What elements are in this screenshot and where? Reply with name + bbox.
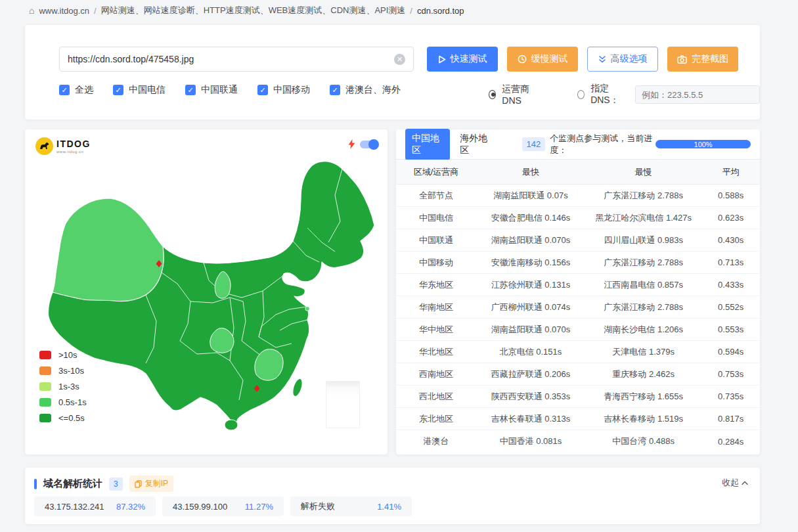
breadcrumb-current: cdn.sord.top [417, 6, 464, 16]
table-row: 中国联通 湖南益阳联通 0.070s 四川眉山联通 0.983s 0.430s [396, 229, 760, 252]
ip-value: 43.159.99.100 [173, 502, 227, 512]
table-header: 区域/运营商 最快 最慢 平均 [396, 160, 760, 185]
cell-region: 华北地区 [396, 346, 476, 358]
legend-swatch [39, 414, 51, 422]
cell-slowest: 广东湛江移动 2.788s [585, 257, 701, 269]
cell-fastest: 湖南益阳联通 0.070s [476, 324, 585, 336]
checkbox-label: 全选 [75, 84, 93, 96]
ip-count-badge: 3 [109, 477, 123, 491]
checkbox-checked-icon: ✓ [113, 85, 123, 95]
cell-fastest: 江苏徐州联通 0.131s [476, 279, 585, 291]
cell-slowest: 重庆移动 2.462s [585, 368, 701, 380]
breadcrumb-home[interactable]: www.itdog.cn [39, 6, 89, 16]
table-row: 港澳台 中国香港 0.081s 中国台湾 0.488s 0.284s [396, 430, 760, 453]
cell-region: 华东地区 [396, 279, 476, 291]
legend-swatch [39, 351, 51, 359]
checkbox-label: 中国移动 [273, 84, 310, 96]
play-icon [438, 55, 446, 64]
results-table: 区域/运营商 最快 最慢 平均 全部节点 湖南益阳联通 0.07s 广东湛江移动… [396, 160, 760, 453]
cell-slowest: 黑龙江哈尔滨电信 1.427s [585, 212, 701, 224]
legend-label: 3s-10s [58, 366, 84, 376]
fast-test-button[interactable]: 快速测试 [427, 47, 498, 72]
legend-item: 0.5s-1s [39, 397, 87, 407]
checkbox-label: 港澳台、海外 [345, 84, 401, 96]
table-row: 华中地区 湖南益阳联通 0.070s 湖南长沙电信 1.206s 0.553s [396, 319, 760, 341]
custom-dns-label: 指定DNS： [590, 83, 627, 106]
isp-checkbox[interactable]: ✓ 全选 [59, 84, 93, 96]
table-row: 中国电信 安徽合肥电信 0.146s 黑龙江哈尔滨电信 1.427s 0.623… [396, 207, 760, 229]
cell-average: 0.594s [701, 347, 760, 357]
lightning-icon[interactable] [348, 139, 355, 149]
cell-region: 华南地区 [396, 301, 476, 313]
cell-average: 0.817s [701, 414, 760, 424]
cell-fastest: 广西柳州联通 0.074s [476, 301, 585, 313]
isp-checkbox[interactable]: ✓ 中国联通 [185, 84, 238, 96]
slow-test-button[interactable]: 缓慢测试 [507, 47, 578, 72]
cell-slowest: 青海西宁移动 1.655s [585, 391, 701, 403]
cell-region: 中国电信 [396, 212, 476, 224]
cell-average: 0.433s [701, 280, 760, 290]
breadcrumb-section[interactable]: 网站测速、网站速度诊断、HTTP速度测试、WEB速度测试、CDN测速、API测速 [101, 5, 406, 16]
dns-option-row: 运营商DNS 指定DNS： [489, 83, 760, 106]
url-input[interactable] [68, 54, 394, 64]
table-row: 西南地区 西藏拉萨联通 0.206s 重庆移动 2.462s 0.753s [396, 363, 760, 386]
cell-slowest: 广东湛江移动 2.788s [585, 301, 701, 313]
ip-stat-chip: 解析失败 1.41% [290, 497, 412, 516]
custom-dns-input[interactable] [635, 85, 760, 104]
isp-checkbox[interactable]: ✓ 中国电信 [113, 84, 166, 96]
cell-fastest: 陕西西安联通 0.353s [476, 391, 585, 403]
tab-china-region[interactable]: 中国地区 [405, 129, 450, 160]
table-row: 中国移动 安徽淮南移动 0.156s 广东湛江移动 2.788s 0.713s [396, 252, 760, 274]
ip-value: 43.175.132.241 [45, 502, 104, 512]
clear-input-icon[interactable]: ✕ [394, 54, 405, 65]
table-row: 全部节点 湖南益阳联通 0.07s 广东湛江移动 2.788s 0.588s [396, 185, 760, 207]
ip-percentage: 11.27% [245, 502, 273, 512]
ip-stats-row: 43.175.132.241 87.32% 43.159.99.100 11.2… [34, 497, 412, 516]
collapse-button[interactable]: 收起 [722, 477, 748, 489]
legend-label: 1s-3s [58, 382, 79, 391]
legend-item: >10s [39, 350, 87, 360]
isp-checkbox[interactable]: ✓ 中国移动 [257, 84, 310, 96]
legend-label: >10s [58, 350, 78, 360]
speed-mode-toggle[interactable] [360, 141, 378, 148]
legend-item: 3s-10s [39, 366, 87, 376]
cell-average: 0.553s [701, 324, 760, 334]
home-icon[interactable]: ⌂ [29, 5, 34, 16]
cell-average: 0.284s [701, 437, 760, 447]
copy-ip-button[interactable]: 复制IP [129, 476, 173, 492]
dns-stats-card: 域名解析统计 3 复制IP 收起 43.175.132.241 87.32% 4… [25, 468, 760, 524]
itdog-dog-icon [35, 137, 53, 155]
tab-overseas-region[interactable]: 海外地区 [460, 133, 491, 156]
url-input-wrapper: ✕ [59, 47, 414, 72]
ip-stat-chip: 43.175.132.241 87.32% [34, 497, 156, 516]
ip-value: 解析失败 [301, 500, 335, 512]
isp-checkbox-group: ✓ 全选 ✓ 中国电信 ✓ 中国联通 ✓ 中国移动 ✓ 港澳台、海外 [59, 84, 401, 96]
radio-carrier-dns[interactable] [489, 90, 496, 99]
cell-slowest: 吉林长春移动 1.519s [585, 413, 701, 425]
title-bar-accent [34, 479, 37, 489]
legend-label: 0.5s-1s [58, 397, 87, 407]
cell-average: 0.623s [701, 213, 760, 223]
table-row: 华南地区 广西柳州联通 0.074s 广东湛江移动 2.788s 0.552s [396, 296, 760, 319]
cell-slowest: 四川眉山联通 0.983s [585, 234, 701, 246]
ip-percentage: 1.41% [377, 502, 401, 512]
monitor-count-badge: 142 [522, 137, 546, 151]
cell-fastest: 湖南益阳联通 0.070s [476, 234, 585, 246]
dns-stats-title: 域名解析统计 [43, 477, 102, 490]
cell-fastest: 中国香港 0.081s [476, 435, 585, 447]
cell-slowest: 江西南昌电信 0.857s [585, 279, 701, 291]
checkbox-checked-icon: ✓ [330, 85, 340, 95]
cell-fastest: 西藏拉萨联通 0.206s [476, 368, 585, 380]
progress-label: 个监测点参与测试，当前进度： [550, 133, 653, 156]
isp-checkbox[interactable]: ✓ 港澳台、海外 [330, 84, 401, 96]
breadcrumb: ⌂ www.itdog.cn / 网站测速、网站速度诊断、HTTP速度测试、WE… [29, 5, 464, 16]
advanced-options-button[interactable]: 高级选项 [587, 47, 658, 72]
cell-fastest: 吉林长春联通 0.313s [476, 413, 585, 425]
checkbox-checked-icon: ✓ [59, 85, 70, 95]
full-screenshot-button[interactable]: 完整截图 [667, 47, 738, 72]
camera-icon [677, 55, 687, 64]
legend-swatch [39, 382, 51, 391]
table-row: 东北地区 吉林长春联通 0.313s 吉林长春移动 1.519s 0.817s [396, 408, 760, 430]
radio-custom-dns[interactable] [577, 90, 585, 99]
slow-clock-icon [518, 55, 527, 64]
